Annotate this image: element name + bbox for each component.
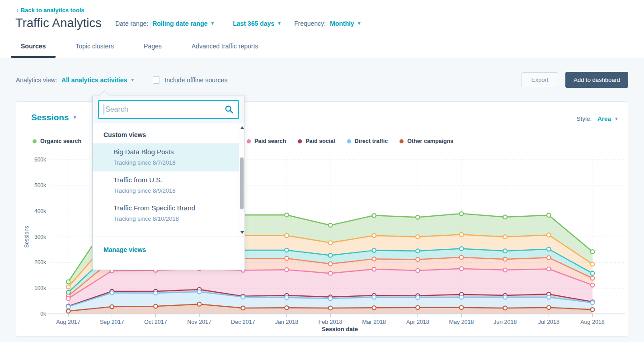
legend-item-paid-search[interactable]: Paid search	[247, 138, 286, 144]
view-option-subtitle: Tracking since 8/7/2018	[113, 159, 228, 166]
svg-text:100k: 100k	[34, 285, 47, 291]
svg-text:Aug 2017: Aug 2017	[56, 319, 80, 325]
add-to-dashboard-button[interactable]: Add to dashboard	[565, 72, 628, 88]
svg-text:0k: 0k	[40, 311, 47, 317]
svg-text:Jan 2018: Jan 2018	[275, 319, 298, 325]
text-cursor	[103, 104, 104, 114]
chevron-left-icon: ‹	[16, 6, 19, 14]
manage-views-link[interactable]: Manage views	[103, 246, 146, 253]
include-offline-sources-checkbox[interactable]	[153, 76, 160, 84]
legend-dot-icon	[400, 139, 404, 143]
custom-views-list: Custom views Big Data Blog PostsTracking…	[93, 123, 244, 237]
popover-search-header	[93, 95, 244, 123]
content-area: Analytics view: All analytics activities…	[0, 58, 644, 342]
view-option-subtitle: Tracking since 8/10/2018	[113, 215, 228, 222]
svg-text:Session date: Session date	[322, 326, 358, 332]
legend-item-organic-search[interactable]: Organic search	[33, 138, 81, 144]
tab-topic-clusters[interactable]: Topic clusters	[66, 43, 124, 58]
style-label: Style:	[577, 115, 592, 122]
chevron-down-icon: ▼	[614, 117, 619, 121]
tab-bar: SourcesTopic clustersPagesAdvanced traff…	[0, 43, 644, 58]
search-icon	[225, 105, 234, 114]
view-option-title: Big Data Blog Posts	[113, 148, 228, 156]
custom-views-items: Big Data Blog PostsTracking since 8/7/20…	[93, 143, 244, 228]
date-range-type-dropdown[interactable]: Rolling date range ▼	[152, 20, 215, 27]
toolbar: Analytics view: All analytics activities…	[16, 72, 628, 88]
svg-text:Aug 2018: Aug 2018	[580, 319, 605, 325]
page-header: ‹Back to analytics tools Traffic Analyti…	[0, 0, 644, 58]
svg-text:Sessions: Sessions	[24, 226, 30, 248]
legend-group-left: Organic search	[33, 138, 81, 144]
svg-text:Mar 2018: Mar 2018	[362, 319, 386, 325]
svg-text:Nov 2017: Nov 2017	[187, 319, 212, 325]
tab-advanced-traffic-reports[interactable]: Advanced traffic reports	[182, 43, 268, 58]
legend-dot-icon	[347, 139, 351, 143]
export-button[interactable]: Export	[522, 72, 559, 87]
analytics-view-popover: Custom views Big Data Blog PostsTracking…	[92, 95, 245, 270]
legend-item-paid-social[interactable]: Paid social	[298, 138, 335, 144]
svg-text:Jul 2018: Jul 2018	[538, 319, 559, 325]
analytics-view-dropdown[interactable]: All analytics activities ▼	[61, 76, 135, 84]
tab-pages[interactable]: Pages	[134, 43, 172, 58]
chevron-down-icon: ▼	[72, 115, 77, 120]
legend-label: Organic search	[40, 138, 81, 144]
chevron-down-icon: ▼	[277, 21, 282, 26]
legend-item-other-campaigns[interactable]: Other campaigns	[400, 138, 453, 144]
legend-label: Paid search	[254, 138, 286, 144]
legend-label: Direct traffic	[355, 138, 388, 144]
legend-item-direct-traffic[interactable]: Direct traffic	[347, 138, 388, 144]
view-option-traffic-from-u-s[interactable]: Traffic from U.S.Tracking since 8/9/2018	[93, 171, 244, 199]
page-title: Traffic Analytics	[15, 16, 102, 30]
include-offline-sources-label: Include offline sources	[165, 76, 227, 84]
view-option-traffic-from-specific-brand[interactable]: Traffic From Specific BrandTracking sinc…	[93, 199, 244, 228]
view-option-big-data-blog-posts[interactable]: Big Data Blog PostsTracking since 8/7/20…	[93, 143, 244, 171]
legend-dot-icon	[247, 139, 251, 143]
svg-text:300k: 300k	[34, 234, 47, 240]
chevron-down-icon: ▼	[357, 21, 362, 26]
view-option-subtitle: Tracking since 8/9/2018	[113, 187, 228, 194]
search-input[interactable]	[98, 100, 239, 119]
svg-text:Apr 2018: Apr 2018	[406, 319, 429, 325]
svg-text:Dec 2017: Dec 2017	[231, 319, 255, 325]
svg-text:200k: 200k	[34, 259, 47, 266]
scrollbar[interactable]	[239, 123, 244, 237]
tab-sources[interactable]: Sources	[11, 43, 56, 58]
svg-text:May 2018: May 2018	[449, 319, 474, 325]
svg-text:400k: 400k	[34, 208, 47, 214]
custom-views-group-label: Custom views	[93, 123, 244, 143]
legend-label: Other campaigns	[407, 138, 453, 144]
frequency-label: Frequency:	[294, 20, 326, 27]
svg-text:Oct 2017: Oct 2017	[144, 319, 167, 325]
date-range-label: Date range:	[115, 20, 148, 27]
back-link-label: Back to analytics tools	[21, 7, 85, 14]
view-option-title: Traffic From Specific Brand	[113, 204, 228, 212]
svg-text:500k: 500k	[34, 182, 47, 189]
back-to-analytics-tools-link[interactable]: ‹Back to analytics tools	[16, 6, 85, 14]
sessions-metric-dropdown[interactable]: Sessions ▼	[31, 113, 77, 123]
legend-dot-icon	[298, 139, 302, 143]
frequency-dropdown[interactable]: Monthly ▼	[330, 20, 362, 27]
style-dropdown[interactable]: Area ▼	[597, 115, 619, 122]
svg-text:Jun 2018: Jun 2018	[494, 319, 517, 325]
legend-group-right: Paid searchPaid socialDirect trafficOthe…	[247, 138, 453, 144]
legend-dot-icon	[33, 139, 37, 143]
view-option-title: Traffic from U.S.	[113, 176, 228, 184]
scroll-down-arrow-icon[interactable]	[240, 231, 244, 234]
scrollbar-thumb[interactable]	[240, 157, 244, 209]
legend-label: Paid social	[306, 138, 335, 144]
svg-text:600k: 600k	[34, 157, 47, 163]
chevron-down-icon: ▼	[130, 78, 135, 82]
popover-footer: Manage views	[93, 237, 244, 262]
scroll-up-arrow-icon[interactable]	[240, 126, 244, 129]
date-range-value-dropdown[interactable]: Last 365 days ▼	[233, 20, 282, 27]
analytics-view-label: Analytics view:	[16, 76, 57, 84]
chevron-down-icon: ▼	[210, 21, 215, 26]
svg-text:Sep 2017: Sep 2017	[100, 319, 124, 325]
svg-text:Feb 2018: Feb 2018	[319, 319, 343, 325]
